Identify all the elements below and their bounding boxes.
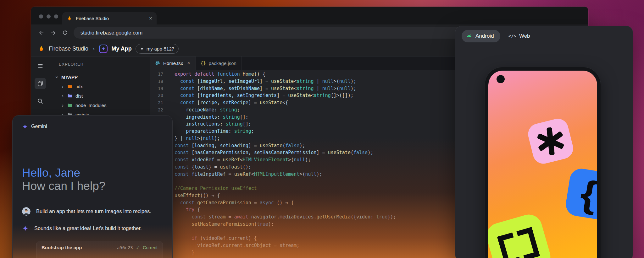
phone-mockup: {	[485, 67, 601, 258]
search-button[interactable]	[35, 95, 46, 107]
chevron-down-icon: ›	[54, 75, 60, 79]
reload-icon	[62, 30, 68, 36]
web-toggle[interactable]: </> Web	[508, 33, 530, 39]
gemini-header: Gemini	[22, 123, 163, 130]
tree-item-dist[interactable]: ›dist	[49, 91, 150, 100]
file-tree: › MYAPP ›.idx›dist›node_modules›scripts	[49, 72, 150, 119]
explorer-title: EXPLORER	[49, 62, 150, 67]
workspace-badge[interactable]: my-app-5127	[136, 44, 179, 54]
status-badge: Current	[143, 245, 158, 250]
tree-item-.idx[interactable]: ›.idx	[49, 82, 150, 91]
task-card[interactable]: Bootstrap the app a56c23 ✓ Current src/p…	[36, 241, 163, 258]
device-preview-panel: Android </> Web {	[455, 26, 633, 258]
editor-tab-label: Home.tsx	[163, 61, 183, 66]
preview-target-toggle: Android </> Web	[455, 26, 633, 42]
window-close-dot[interactable]	[39, 14, 43, 19]
greeting-name: Hello, Jane	[22, 166, 163, 180]
commit-hash: a56c23	[117, 245, 133, 250]
forward-button[interactable]	[47, 27, 59, 39]
greeting-question: How can I help?	[22, 180, 163, 193]
editor-tab-label: package.json	[209, 61, 236, 66]
code-brackets-icon: </>	[508, 34, 516, 39]
window-zoom-dot[interactable]	[54, 14, 58, 19]
react-icon	[155, 61, 160, 66]
explorer-tree-items: ›.idx›dist›node_modules›scripts	[49, 82, 150, 119]
line-number: 20	[150, 92, 163, 99]
folder-icon	[67, 84, 73, 89]
tab-close-icon[interactable]: ×	[187, 60, 190, 66]
folder-icon	[67, 93, 73, 99]
phone-screen[interactable]: {	[488, 71, 597, 258]
chevron-right-icon: ›	[61, 84, 64, 89]
back-button[interactable]	[35, 27, 47, 39]
url-text: studio.firebase.google.com	[80, 30, 142, 36]
product-name: Firebase Studio	[49, 46, 88, 52]
workspace-icon	[140, 47, 144, 51]
chevron-right-icon: ›	[61, 93, 64, 99]
task-title: Bootstrap the app	[42, 245, 114, 250]
chevron-right-icon: ›	[61, 103, 64, 108]
workspace-name: my-app-5127	[147, 46, 174, 51]
asterisk-icon	[534, 125, 568, 158]
firebase-logo-icon	[38, 45, 45, 52]
android-robot-icon	[466, 33, 472, 39]
assistant-message-row: Sounds like a great idea! Let's build it…	[22, 224, 163, 233]
background: Firebase Studio × s	[0, 0, 644, 258]
right-bracket-icon	[516, 227, 540, 258]
tab-home-tsx[interactable]: Home.tsx ×	[150, 56, 196, 70]
tree-item-label: node_modules	[75, 103, 106, 108]
pink-asterisk-tile	[526, 116, 575, 166]
gemini-title: Gemini	[31, 124, 47, 129]
blue-brace-tile: {	[564, 167, 597, 222]
assistant-message-text: Sounds like a great idea! Let's build it…	[34, 225, 142, 231]
window-minimize-dot[interactable]	[47, 14, 51, 19]
task-card-header: Bootstrap the app a56c23 ✓ Current	[36, 241, 163, 254]
braces-icon: {}	[201, 61, 206, 66]
user-avatar	[22, 207, 31, 216]
user-message-row: Build an app that lets me turn images in…	[22, 207, 163, 216]
window-controls[interactable]	[39, 14, 58, 19]
search-icon	[37, 98, 43, 104]
android-label: Android	[475, 33, 494, 39]
firebase-favicon-icon	[67, 16, 72, 21]
back-arrow-icon	[38, 30, 45, 36]
explorer-button[interactable]	[35, 78, 46, 89]
line-number: 18	[150, 78, 163, 85]
gemini-panel: Gemini Hello, Jane How can I help?	[12, 115, 173, 258]
android-toggle[interactable]: Android	[462, 30, 500, 42]
left-bracket-icon	[497, 233, 521, 258]
check-icon: ✓	[136, 245, 140, 250]
hamburger-icon	[37, 63, 43, 69]
lime-brackets-tile	[488, 212, 553, 258]
browser-titlebar: Firebase Studio ×	[31, 7, 588, 24]
web-label: Web	[519, 33, 530, 39]
line-number: 21	[150, 99, 163, 106]
user-message-text: Build an app that lets me turn images in…	[36, 208, 151, 214]
spark-icon	[101, 46, 106, 51]
breadcrumb-separator: ›	[93, 45, 95, 52]
gemini-greeting: Hello, Jane How can I help?	[22, 166, 163, 193]
tree-item-label: .idx	[75, 84, 83, 89]
tree-root-label: MYAPP	[61, 74, 78, 80]
reload-button[interactable]	[59, 27, 71, 39]
tab-close-icon[interactable]: ×	[149, 16, 152, 21]
line-number: 19	[150, 85, 163, 92]
app-name: My App	[111, 46, 131, 52]
menu-button[interactable]	[35, 60, 46, 72]
folder-icon	[67, 103, 73, 108]
tree-item-node_modules[interactable]: ›node_modules	[49, 100, 150, 110]
forward-arrow-icon	[50, 30, 57, 36]
line-number: 22	[150, 106, 163, 114]
files-icon	[37, 80, 43, 87]
gemini-sparkle-icon	[22, 124, 28, 130]
browser-tab-title: Firebase Studio	[76, 16, 109, 21]
gemini-messages: Build an app that lets me turn images in…	[22, 207, 163, 233]
tab-package-json[interactable]: {} package.json	[196, 56, 242, 70]
app-icon	[99, 45, 108, 53]
tree-item-label: dist	[75, 93, 83, 99]
line-number: 17	[150, 71, 163, 78]
changed-file-row[interactable]: src/pages/Home.tsx +122	[36, 254, 163, 258]
tree-root-myapp[interactable]: › MYAPP	[49, 72, 150, 82]
gemini-sparkle-icon	[22, 225, 29, 232]
browser-tab[interactable]: Firebase Studio ×	[62, 12, 157, 24]
